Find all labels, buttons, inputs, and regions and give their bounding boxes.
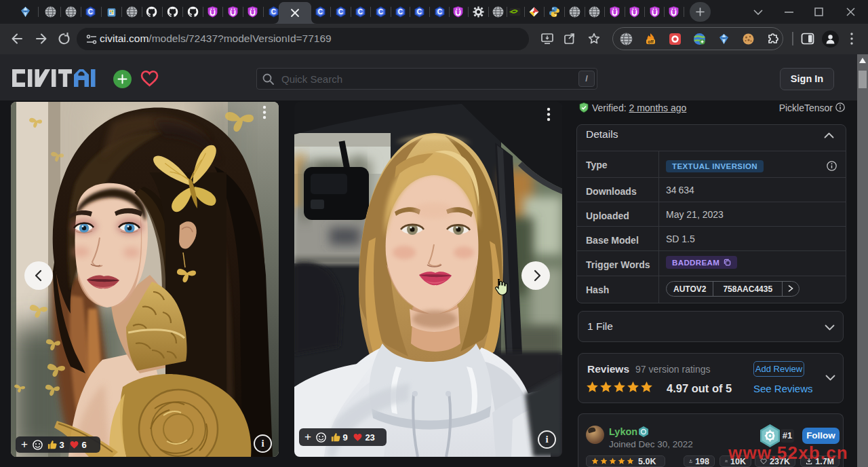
svg-text:C: C	[338, 8, 342, 16]
svg-text:C: C	[378, 8, 382, 16]
svg-text:off: off	[648, 39, 654, 44]
svg-text:C: C	[88, 8, 93, 16]
svg-text:C: C	[397, 8, 402, 16]
svg-text:C: C	[437, 8, 441, 16]
svg-text:C: C	[357, 8, 362, 16]
svg-text:C: C	[416, 8, 421, 16]
svg-text:C: C	[317, 8, 322, 16]
